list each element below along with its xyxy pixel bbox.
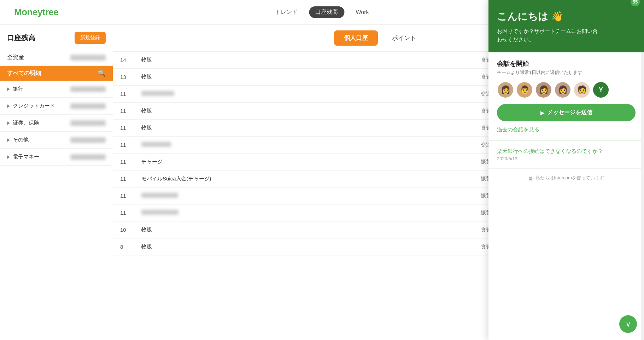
- expand-icon: [7, 121, 10, 125]
- category-label: 銀行: [13, 86, 23, 92]
- chat-subtitle: お困りですか？サポートチームにお問い合わせください。: [497, 27, 636, 44]
- transaction-desc-cell: 物販: [134, 238, 474, 255]
- transaction-day: 11: [113, 188, 134, 204]
- nav-work[interactable]: Work: [351, 7, 373, 18]
- agent-avatar-2: 👨: [516, 81, 533, 98]
- sidebar: 口座残高 新規登録 全資産 すべての明細 🔍 銀行 クレジットカード: [0, 25, 113, 340]
- logo: Moneytree: [14, 7, 59, 18]
- all-assets-label: 全資産: [7, 54, 24, 61]
- search-icon[interactable]: 🔍: [98, 69, 106, 77]
- chevron-down-icon: ∨: [626, 320, 631, 328]
- transaction-description: 物販: [141, 57, 152, 63]
- category-item[interactable]: クレジットカード: [0, 98, 113, 115]
- chat-panel: 55 こんにちは 👋 お困りですか？サポートチームにお問い合わせください。 会話…: [488, 0, 644, 340]
- chat-article: 楽天銀行への接続はできなくなるのですか？ 2020/5/13: [488, 141, 644, 169]
- transaction-day: 13: [113, 69, 134, 86]
- all-assets-row: 全資産: [0, 50, 113, 66]
- transaction-desc-cell: 物販: [134, 221, 474, 238]
- category-label: 証券、保険: [13, 120, 39, 126]
- all-details-label: すべての明細: [7, 70, 41, 77]
- chat-header: 55 こんにちは 👋 お困りですか？サポートチームにお問い合わせください。: [488, 0, 644, 52]
- transaction-desc-cell: [134, 86, 474, 103]
- chat-greeting: こんにちは 👋: [497, 10, 636, 23]
- category-label: 電子マネー: [13, 154, 39, 160]
- chat-start-title: 会話を開始: [497, 59, 636, 68]
- category-item-left: その他: [7, 137, 29, 143]
- transaction-description: 物販: [141, 74, 152, 80]
- intercom-footer: ▦ 私たちはIntercomを使っています: [488, 169, 644, 187]
- transaction-desc-cell: モバイルSuica入金(チャージ): [134, 171, 474, 188]
- nav-trend[interactable]: トレンド: [271, 6, 302, 18]
- transaction-desc-cell: [134, 188, 474, 204]
- expand-icon: [7, 104, 10, 108]
- send-message-button[interactable]: ▶ メッセージを送信: [497, 104, 636, 121]
- chat-body: 会話を開始 チームより通常1日以内に返信いたします 👩 👨 👩 👩 🧑: [488, 52, 644, 340]
- transaction-desc-cell: 物販: [134, 69, 474, 86]
- agent-avatar-3: 👩: [535, 81, 552, 98]
- transaction-desc-cell: 物販: [134, 120, 474, 137]
- expand-icon: [7, 87, 10, 91]
- transaction-description: チャージ: [141, 159, 163, 165]
- category-item[interactable]: 証券、保険: [0, 115, 113, 132]
- past-conversations: 過去の会話を見る: [497, 121, 636, 133]
- transaction-day: 11: [113, 137, 134, 154]
- agent-avatar-5: 🧑: [573, 81, 590, 98]
- transaction-desc-cell: [134, 204, 474, 221]
- transaction-day: 11: [113, 86, 134, 103]
- transaction-desc-cell: [134, 137, 474, 154]
- transaction-day: 14: [113, 52, 134, 69]
- transaction-description: 物販: [141, 226, 152, 232]
- category-item-left: クレジットカード: [7, 103, 55, 109]
- new-register-button[interactable]: 新規登録: [75, 32, 106, 44]
- sidebar-header: 口座残高 新規登録: [0, 32, 113, 50]
- category-label: その他: [13, 137, 29, 143]
- tab-points[interactable]: ポイント: [385, 30, 423, 46]
- send-message-label: メッセージを送信: [547, 109, 592, 116]
- category-value: [70, 103, 106, 109]
- intercom-icon: ▦: [528, 175, 533, 181]
- transaction-desc-cell: 物販: [134, 103, 474, 120]
- scroll-down-button[interactable]: ∨: [619, 315, 637, 333]
- chat-article-date: 2020/5/13: [497, 156, 636, 161]
- blurred-description: [141, 210, 178, 215]
- expand-icon: [7, 155, 10, 159]
- category-item[interactable]: 電子マネー: [0, 149, 113, 166]
- transaction-description: 物販: [141, 125, 152, 131]
- transaction-description: モバイルSuica入金(チャージ): [141, 175, 211, 181]
- transaction-day: 11: [113, 204, 134, 221]
- agent-avatar-4: 👩: [554, 81, 571, 98]
- transaction-desc-cell: チャージ: [134, 154, 474, 171]
- agent-avatar-1: 👩: [497, 81, 514, 98]
- all-details-row[interactable]: すべての明細 🔍: [0, 66, 113, 81]
- past-conversations-link[interactable]: 過去の会話を見る: [497, 126, 539, 132]
- category-value: [70, 154, 106, 160]
- transaction-description: 物販: [141, 108, 152, 114]
- nav-balance[interactable]: 口座残高: [309, 6, 344, 18]
- agents-row: 👩 👨 👩 👩 🧑 Y: [497, 81, 636, 98]
- blurred-description: [141, 193, 178, 198]
- chat-start-section: 会話を開始 チームより通常1日以内に返信いたします 👩 👨 👩 👩 🧑: [488, 52, 644, 141]
- transaction-day: 11: [113, 171, 134, 188]
- transaction-day: 11: [113, 154, 134, 171]
- category-item-left: 証券、保険: [7, 120, 39, 126]
- transaction-day: 11: [113, 103, 134, 120]
- category-item[interactable]: その他: [0, 132, 113, 149]
- chat-article-title[interactable]: 楽天銀行への接続はできなくなるのですか？: [497, 148, 636, 155]
- blurred-description: [141, 142, 171, 147]
- notification-badge: 55: [631, 0, 640, 6]
- category-item-left: 電子マネー: [7, 154, 39, 160]
- agent-avatar-y: Y: [592, 81, 609, 98]
- transaction-day: 11: [113, 120, 134, 137]
- sidebar-title: 口座残高: [7, 33, 35, 43]
- intercom-label: 私たちはIntercomを使っています: [535, 175, 604, 181]
- nav: トレンド 口座残高 Work: [271, 6, 373, 18]
- category-list: 銀行 クレジットカード 証券、保険 その他 電子マネー: [0, 81, 113, 166]
- transaction-desc-cell: 物販: [134, 52, 474, 69]
- expand-icon: [7, 138, 10, 142]
- category-value: [70, 86, 106, 92]
- chat-start-subtitle: チームより通常1日以内に返信いたします: [497, 69, 636, 76]
- category-item[interactable]: 銀行: [0, 81, 113, 98]
- transaction-day: 10: [113, 221, 134, 238]
- tab-personal[interactable]: 個人口座: [334, 30, 378, 46]
- category-label: クレジットカード: [13, 103, 55, 109]
